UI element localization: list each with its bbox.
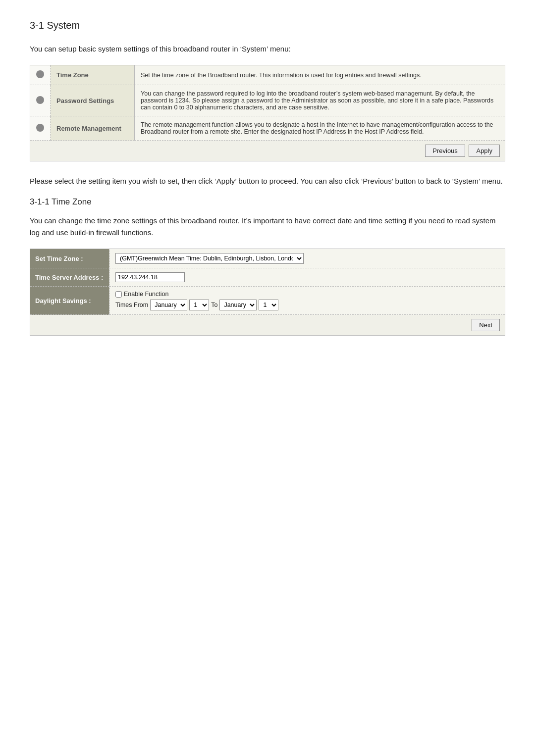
dot-icon bbox=[36, 96, 44, 104]
page-title: 3-1 System bbox=[30, 20, 505, 31]
timeserver-label: Time Server Address : bbox=[30, 268, 109, 287]
times-from-label: Times From bbox=[115, 302, 148, 308]
system-table-footer: Previous Apply bbox=[30, 141, 505, 161]
to-day-select[interactable]: 1 bbox=[259, 300, 278, 310]
table-row: Password SettingsYou can change the pass… bbox=[30, 85, 505, 116]
section2-intro: You can change the time zone settings of… bbox=[30, 215, 505, 239]
section2-title: 3-1-1 Time Zone bbox=[30, 197, 505, 207]
enable-function-checkbox[interactable] bbox=[115, 291, 122, 298]
table-row: Time ZoneSet the time zone of the Broadb… bbox=[30, 65, 505, 85]
row-description: You can change the password required to … bbox=[135, 85, 505, 116]
row-icon-cell bbox=[30, 65, 51, 85]
row-icon-cell bbox=[30, 85, 51, 116]
timeserver-row: Time Server Address : bbox=[30, 268, 505, 287]
apply-button[interactable]: Apply bbox=[469, 145, 500, 157]
timezone-label: Set Time Zone : bbox=[30, 249, 109, 268]
dot-icon bbox=[36, 70, 44, 78]
followup-text: Please select the setting item you wish … bbox=[30, 175, 505, 187]
to-label: To bbox=[211, 302, 217, 308]
row-label: Time Zone bbox=[51, 65, 135, 85]
previous-button[interactable]: Previous bbox=[425, 145, 465, 157]
enable-function-label[interactable]: Enable Function bbox=[115, 291, 499, 298]
timezone-value: (GMT)Greenwich Mean Time: Dublin, Edinbu… bbox=[109, 249, 505, 268]
next-button[interactable]: Next bbox=[472, 319, 500, 331]
timeserver-value bbox=[109, 268, 505, 287]
to-month-select[interactable]: January bbox=[219, 300, 257, 310]
daylight-row: Daylight Savings : Enable Function Times… bbox=[30, 287, 505, 315]
timezone-table-footer: Next bbox=[30, 315, 505, 336]
row-label: Password Settings bbox=[51, 85, 135, 116]
timeserver-input[interactable] bbox=[115, 272, 185, 282]
row-icon-cell bbox=[30, 116, 51, 141]
timezone-row: Set Time Zone : (GMT)Greenwich Mean Time… bbox=[30, 249, 505, 268]
from-day-select[interactable]: 1 bbox=[189, 300, 209, 310]
row-label: Remote Management bbox=[51, 116, 135, 141]
row-description: The remote management function allows yo… bbox=[135, 116, 505, 141]
timezone-table: Set Time Zone : (GMT)Greenwich Mean Time… bbox=[30, 249, 505, 336]
daylight-label: Daylight Savings : bbox=[30, 287, 109, 315]
dot-icon bbox=[36, 124, 44, 132]
intro-text: You can setup basic system settings of t… bbox=[30, 43, 505, 55]
timezone-select[interactable]: (GMT)Greenwich Mean Time: Dublin, Edinbu… bbox=[115, 253, 304, 264]
system-table: Time ZoneSet the time zone of the Broadb… bbox=[30, 65, 505, 161]
daylight-value: Enable Function Times From January 1 To … bbox=[109, 287, 505, 315]
from-month-select[interactable]: January bbox=[150, 300, 187, 310]
row-description: Set the time zone of the Broadband route… bbox=[135, 65, 505, 85]
table-row: Remote ManagementThe remote management f… bbox=[30, 116, 505, 141]
